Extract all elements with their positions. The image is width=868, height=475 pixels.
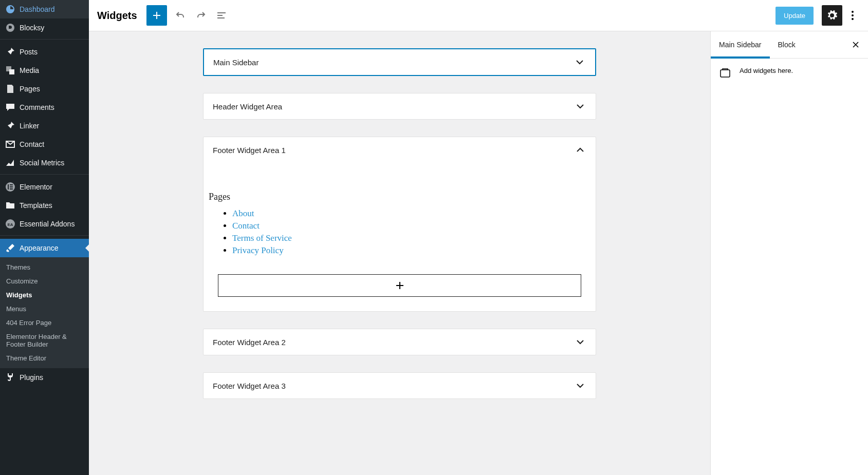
menu-label: Blocksy (20, 24, 44, 32)
chevron-down-icon (574, 100, 586, 112)
menu-media[interactable]: Media (0, 61, 89, 80)
menu-label: Posts (20, 48, 38, 56)
widget-area-title: Header Widget Area (213, 102, 282, 111)
submenu-menus[interactable]: Menus (0, 302, 89, 316)
add-block-appender[interactable] (218, 274, 581, 297)
svg-rect-2 (8, 184, 9, 189)
svg-point-12 (852, 14, 854, 16)
mail-icon (5, 139, 15, 149)
chevron-down-icon (574, 56, 586, 68)
menu-linker[interactable]: Linker (0, 117, 89, 135)
submenu-404[interactable]: 404 Error Page (0, 316, 89, 330)
page-title: Widgets (97, 10, 137, 22)
svg-rect-4 (10, 186, 13, 187)
blocksy-icon (5, 23, 15, 33)
widget-area-main-sidebar[interactable]: Main Sidebar (203, 48, 596, 76)
widget-area-header[interactable]: Footer Widget Area 3 (204, 373, 596, 398)
more-options-button[interactable] (845, 5, 860, 26)
panel-body: Add widgets here. (711, 59, 868, 87)
elementor-icon (5, 182, 15, 192)
widget-area-footer-2[interactable]: Footer Widget Area 2 (203, 329, 596, 355)
page-link-tos[interactable]: Terms of Service (232, 233, 292, 243)
svg-rect-3 (10, 184, 13, 185)
undo-button[interactable] (170, 5, 191, 26)
menu-label: Media (20, 66, 39, 74)
page-icon (5, 84, 15, 94)
pages-list: About Contact Terms of Service Privacy P… (232, 207, 586, 257)
page-link-privacy[interactable]: Privacy Policy (232, 245, 284, 255)
page-link-contact[interactable]: Contact (232, 221, 260, 231)
menu-comments[interactable]: Comments (0, 98, 89, 117)
chevron-down-icon (574, 379, 586, 392)
list-item: Privacy Policy (232, 244, 586, 257)
menu-posts[interactable]: Posts (0, 43, 89, 61)
widget-area-title: Main Sidebar (213, 58, 258, 67)
chevron-down-icon (574, 336, 586, 348)
menu-label: Elementor (20, 183, 52, 191)
tab-widget-area[interactable]: Main Sidebar (711, 31, 770, 58)
close-panel-button[interactable] (849, 39, 862, 51)
menu-label: Plugins (20, 373, 43, 382)
settings-panel: Main Sidebar Block Add widgets here. (710, 31, 868, 475)
widget-area-header[interactable]: Main Sidebar (204, 49, 595, 75)
widget-area-header[interactable]: Footer Widget Area 2 (204, 329, 596, 355)
menu-dashboard[interactable]: Dashboard (0, 0, 89, 18)
menu-social-metrics[interactable]: Social Metrics (0, 154, 89, 172)
widget-area-footer-1[interactable]: Footer Widget Area 1 Pages About Contact… (203, 137, 596, 312)
submenu-themes[interactable]: Themes (0, 260, 89, 274)
svg-text:EA: EA (7, 222, 13, 227)
widget-area-footer-3[interactable]: Footer Widget Area 3 (203, 372, 596, 399)
widget-area-header-widget[interactable]: Header Widget Area (203, 93, 596, 120)
menu-appearance[interactable]: Appearance (0, 239, 89, 257)
editor-toolbar: Widgets Update (89, 0, 868, 31)
chevron-up-icon (574, 144, 586, 156)
menu-blocksy[interactable]: Blocksy (0, 18, 89, 37)
menu-label: Social Metrics (20, 159, 64, 167)
menu-plugins[interactable]: Plugins (0, 368, 89, 387)
svg-rect-14 (721, 70, 730, 77)
menu-label: Templates (20, 201, 52, 210)
dashboard-icon (5, 4, 15, 14)
list-item: Contact (232, 220, 586, 232)
menu-label: Dashboard (20, 5, 55, 13)
submenu-widgets[interactable]: Widgets (0, 288, 89, 302)
menu-contact[interactable]: Contact (0, 135, 89, 154)
submenu-customize[interactable]: Customize (0, 274, 89, 288)
folder-icon (5, 200, 15, 211)
settings-button[interactable] (822, 5, 842, 26)
list-item: About (232, 207, 586, 220)
tab-block[interactable]: Block (770, 31, 804, 58)
page-link-about[interactable]: About (232, 208, 254, 218)
svg-point-13 (852, 18, 854, 20)
plug-icon (5, 372, 15, 383)
menu-label: Appearance (20, 244, 59, 252)
submenu-header-footer-builder[interactable]: Elementor Header & Footer Builder (0, 330, 89, 351)
pin-icon (5, 47, 15, 57)
list-view-button[interactable] (211, 5, 232, 26)
redo-button[interactable] (191, 5, 211, 26)
svg-rect-10 (217, 17, 225, 18)
list-item: Terms of Service (232, 232, 586, 244)
pin-icon (5, 121, 15, 131)
menu-elementor[interactable]: Elementor (0, 178, 89, 196)
update-button[interactable]: Update (775, 7, 814, 25)
ea-icon: EA (5, 219, 15, 229)
svg-rect-5 (10, 188, 13, 189)
widget-area-header[interactable]: Header Widget Area (204, 93, 596, 119)
submenu-theme-editor[interactable]: Theme Editor (0, 351, 89, 365)
comment-icon (5, 102, 15, 112)
menu-pages[interactable]: Pages (0, 80, 89, 98)
menu-label: Comments (20, 103, 54, 111)
add-block-button[interactable] (146, 5, 167, 26)
widget-area-title: Footer Widget Area 2 (213, 338, 286, 347)
menu-essential-addons[interactable]: EA Essential Addons (0, 215, 89, 233)
menu-templates[interactable]: Templates (0, 196, 89, 215)
menu-label: Pages (20, 85, 40, 93)
pages-block-heading[interactable]: Pages (209, 192, 586, 202)
media-icon (5, 65, 15, 75)
svg-rect-8 (217, 12, 226, 13)
menu-label: Essential Addons (20, 220, 75, 228)
widget-area-title: Footer Widget Area 3 (213, 382, 286, 390)
widget-area-header[interactable]: Footer Widget Area 1 (204, 137, 596, 163)
widget-area-icon (719, 67, 731, 79)
